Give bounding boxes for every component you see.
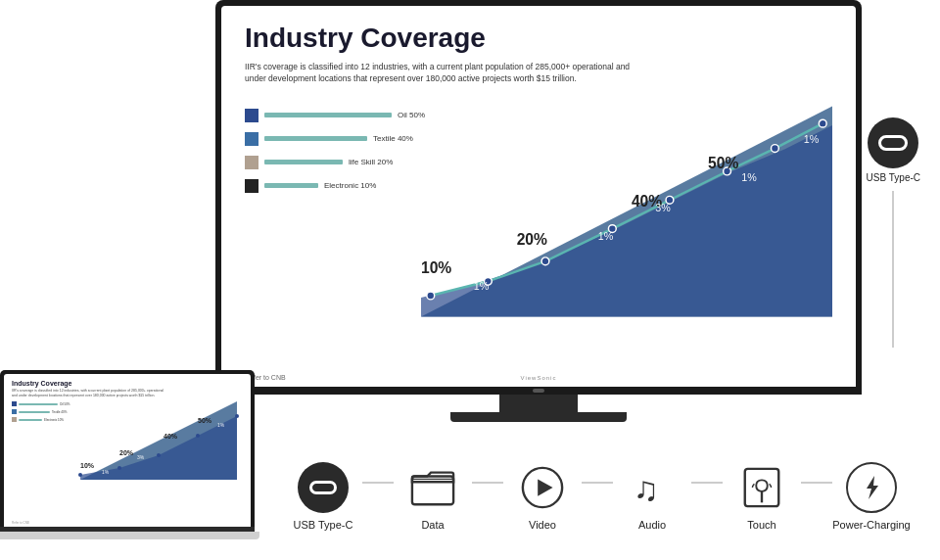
svg-text:50%: 50% (708, 155, 738, 171)
lightning-icon (857, 473, 886, 502)
connector-4 (691, 482, 723, 484)
mini-block-oil (12, 401, 17, 406)
svg-text:10%: 10% (80, 462, 95, 469)
mini-label-textile: Textile 40% (52, 410, 67, 414)
mini-block-textile (12, 409, 17, 414)
touch-icon-wrap (736, 462, 787, 513)
svg-point-8 (771, 144, 778, 152)
viewsonic-text: ViewSonic (521, 375, 557, 381)
svg-text:1%: 1% (474, 280, 490, 292)
svg-point-2 (427, 292, 435, 300)
svg-text:3%: 3% (655, 202, 671, 213)
usb-bottom-oval (309, 481, 337, 494)
power-charging-icon (846, 462, 897, 513)
svg-text:1%: 1% (102, 469, 110, 475)
svg-text:20%: 20% (517, 231, 547, 248)
feature-video: Video (503, 462, 582, 531)
svg-text:3%: 3% (137, 454, 145, 460)
large-monitor: Industry Coverage IIR's coverage is clas… (215, 0, 862, 422)
audio-feature-label: Audio (638, 519, 666, 531)
usb-right-label: USB Type-C (867, 172, 920, 183)
chart-area: 10% 20% 40% 50% 1% 1% 3% 1% 1% (421, 99, 832, 324)
svg-text:1%: 1% (804, 132, 820, 144)
legend-color-lifeskill (245, 156, 258, 169)
mini-legend-textile: Textile 40% (12, 409, 70, 414)
svg-text:40%: 40% (164, 433, 178, 440)
video-icon-wrap (517, 462, 568, 513)
monitor-stand-neck (499, 395, 578, 412)
svg-text:♫: ♫ (634, 470, 659, 507)
usb-feature-label: USB Type-C (294, 519, 353, 531)
svg-point-9 (819, 119, 826, 127)
power-icon-wrap (846, 462, 897, 513)
usb-oval-icon (878, 135, 908, 151)
legend-bar-lifeskill (264, 160, 343, 164)
usb-icon-wrap (298, 462, 349, 513)
video-feature-label: Video (529, 519, 556, 531)
screen-description: IIR's coverage is classified into 12 ind… (245, 62, 636, 85)
power-feature-label: Power-Charging (832, 519, 910, 531)
connector-2 (472, 482, 503, 484)
folder-icon (410, 465, 455, 510)
monitor-screen: Industry Coverage IIR's coverage is clas… (221, 6, 856, 387)
feature-power: Power-Charging (832, 462, 911, 531)
connector-1 (362, 482, 394, 484)
mini-legend: Oil 50% Textile 40% Electronic 10% (12, 401, 70, 480)
mini-legend-lifeskill: Electronic 10% (12, 417, 70, 422)
legend-lifeskill: life Skill 20% (245, 156, 421, 169)
svg-point-30 (157, 453, 161, 457)
svg-marker-39 (867, 476, 878, 499)
mini-chart-svg: 10% 20% 40% 50% 1% 3% 1% (74, 401, 243, 480)
monitor-frame: Industry Coverage IIR's coverage is clas… (215, 0, 862, 387)
monitor-stand-base (450, 412, 627, 422)
screen-title: Industry Coverage (245, 23, 832, 54)
brand-label: ViewSonic (521, 375, 557, 381)
usb-right-panel: USB Type-C (867, 117, 920, 348)
laptop: Industry Coverage IIR's coverage is clas… (0, 370, 255, 539)
legend-electronic: Electronic 10% (245, 179, 421, 193)
legend-oil: Oil 50% (245, 109, 421, 122)
video-play-icon (520, 465, 565, 510)
feature-usb: USB Type-C (284, 462, 362, 531)
svg-text:1%: 1% (741, 170, 757, 182)
feature-touch: Touch (723, 462, 801, 531)
laptop-frame: Industry Coverage IIR's coverage is clas… (0, 370, 255, 527)
industry-chart: 10% 20% 40% 50% 1% 1% 3% 1% 1% (421, 99, 832, 324)
svg-text:50%: 50% (198, 417, 212, 424)
mini-screen-desc: IIR's coverage is classified into 12 ind… (12, 389, 168, 397)
audio-music-icon: ♫ (630, 465, 675, 510)
svg-point-32 (235, 414, 239, 418)
svg-text:1%: 1% (217, 422, 225, 428)
usb-right-icon (868, 117, 918, 168)
feature-row: USB Type-C Data Video (255, 433, 940, 560)
svg-point-4 (541, 257, 549, 264)
laptop-base (0, 532, 259, 539)
legend-bar-oil (264, 113, 392, 117)
mini-chart: 10% 20% 40% 50% 1% 3% 1% (74, 401, 243, 480)
legend-color-textile (245, 132, 258, 146)
monitor-bottom-bar (215, 387, 862, 395)
connector-5 (801, 482, 832, 484)
mini-bar-textile (19, 411, 50, 413)
svg-point-28 (78, 473, 82, 477)
legend-color-electronic (245, 179, 258, 193)
mini-block-lifeskill (12, 417, 17, 422)
touch-finger-icon (739, 465, 784, 510)
feature-audio: ♫ Audio (613, 462, 691, 531)
touch-feature-label: Touch (747, 519, 776, 531)
mini-label-lifeskill: Electronic 10% (44, 418, 64, 422)
legend-color-oil (245, 109, 258, 122)
mini-footer: Refer to CNB (12, 521, 29, 525)
svg-marker-35 (538, 479, 552, 495)
mini-legend-oil: Oil 50% (12, 401, 70, 406)
legend-bar-textile (264, 136, 367, 141)
mini-bar-lifeskill (19, 419, 42, 421)
data-feature-label: Data (421, 519, 444, 531)
svg-rect-33 (412, 477, 453, 505)
legend-bar-electronic (264, 183, 318, 188)
connector-3 (582, 482, 613, 484)
audio-icon-wrap: ♫ (627, 462, 678, 513)
svg-point-31 (196, 434, 200, 438)
legend-label-electronic: Electronic 10% (324, 181, 376, 190)
mini-content: Oil 50% Textile 40% Electronic 10% (12, 401, 243, 480)
